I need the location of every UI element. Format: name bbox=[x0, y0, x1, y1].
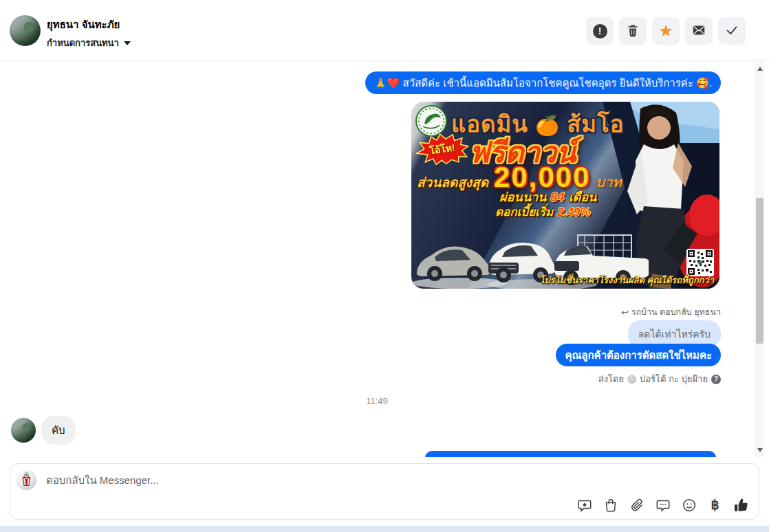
scrollbar-thumb[interactable] bbox=[756, 198, 763, 344]
trash-icon bbox=[626, 23, 640, 39]
reply-input[interactable] bbox=[46, 471, 528, 489]
partial-sent-bubble bbox=[425, 451, 716, 457]
schedule-conversation-label: กำหนดการสนทนา bbox=[47, 36, 119, 50]
conversation-actions: ! ★ bbox=[586, 17, 746, 45]
messenger-inbox-window: ยุทธนา จันทะภัย กำหนดการสนทนา ! ★ bbox=[0, 0, 769, 532]
contact-name: ยุทธนา จันทะภัย bbox=[47, 16, 120, 33]
bottom-highlight-strip bbox=[0, 526, 769, 532]
saved-replies-icon[interactable] bbox=[576, 497, 592, 513]
received-message-row: คับ bbox=[11, 416, 76, 445]
contact-avatar bbox=[10, 15, 41, 46]
bag-icon[interactable] bbox=[603, 497, 618, 513]
sent-by-label: ส่งโดย bbox=[598, 372, 624, 386]
schedule-conversation-dropdown[interactable]: กำหนดการสนทนา bbox=[47, 36, 131, 50]
help-icon[interactable]: ? bbox=[711, 375, 721, 384]
reply-arrow-icon: ↪ bbox=[621, 307, 629, 318]
report-icon: ! bbox=[593, 24, 607, 38]
dealer-logo bbox=[415, 105, 447, 137]
scroll-up-button[interactable] bbox=[755, 63, 765, 74]
qr-code bbox=[686, 249, 714, 276]
sent-message-greeting: 🙏❤️ สวัสดีค่ะ เช้านี้แอดมินส้มโอจากโชคคู… bbox=[365, 71, 721, 94]
sent-by-row: ส่งโดย ปอร์โต้ กะ ปุยฝ้าย ? bbox=[598, 372, 721, 386]
contact-avatar-small bbox=[11, 418, 36, 443]
page-logo-avatar bbox=[17, 470, 36, 490]
sent-message-question: คุณลูกค้าต้องการตัดสดใช่ไหมคะ bbox=[556, 344, 721, 366]
baht-icon[interactable]: ฿ bbox=[707, 497, 723, 513]
like-icon[interactable] bbox=[733, 497, 749, 513]
mark-done-button[interactable] bbox=[718, 17, 746, 45]
message-thread: 🙏❤️ สวัสดีค่ะ เช้านี้แอดมินส้มโอจากโชคคู… bbox=[0, 62, 754, 457]
triangle-down-icon bbox=[757, 448, 763, 452]
reply-composer: ฿ bbox=[10, 463, 759, 520]
mark-unread-button[interactable] bbox=[685, 17, 713, 45]
mark-unread-icon bbox=[691, 23, 706, 40]
star-icon: ★ bbox=[658, 23, 673, 39]
scroll-down-button[interactable] bbox=[755, 445, 765, 456]
sender-name: ปอร์โต้ กะ ปุยฝ้าย bbox=[640, 372, 708, 386]
composer-toolbar: ฿ bbox=[576, 497, 749, 513]
paperclip-icon[interactable] bbox=[629, 497, 645, 513]
timestamp: 11:49 bbox=[0, 396, 754, 406]
done-check-icon bbox=[724, 23, 739, 40]
reply-context-label: ↪ รถบ้าน ตอบกลับ ยุทธนา bbox=[621, 305, 721, 319]
conversation-header: ยุทธนา จันทะภัย กำหนดการสนทนา ! ★ bbox=[0, 0, 769, 61]
received-message: คับ bbox=[41, 416, 76, 445]
report-button[interactable]: ! bbox=[586, 17, 614, 45]
chevron-down-icon bbox=[124, 41, 131, 45]
ad-caption: โปรโมชั่นราคาโรงงานผลิต คุณได้รถที่ถูกกว… bbox=[539, 273, 714, 287]
chat-scrollbar[interactable] bbox=[755, 62, 764, 457]
emoji-icon[interactable] bbox=[681, 497, 697, 513]
sender-avatar bbox=[627, 375, 636, 384]
sent-image-attachment[interactable]: แอดมิน 🍊 ส้มโอ โอ้โห! ฟรีดาวน์ ส่วนลดสูง… bbox=[411, 102, 719, 289]
follow-up-button[interactable]: ★ bbox=[652, 17, 680, 45]
comment-icon[interactable] bbox=[655, 497, 671, 513]
delete-button[interactable] bbox=[619, 17, 647, 45]
triangle-up-icon bbox=[757, 67, 763, 71]
ad-interest-line: ดอกเบี้ยเริ่ม 2.49% bbox=[495, 202, 590, 221]
